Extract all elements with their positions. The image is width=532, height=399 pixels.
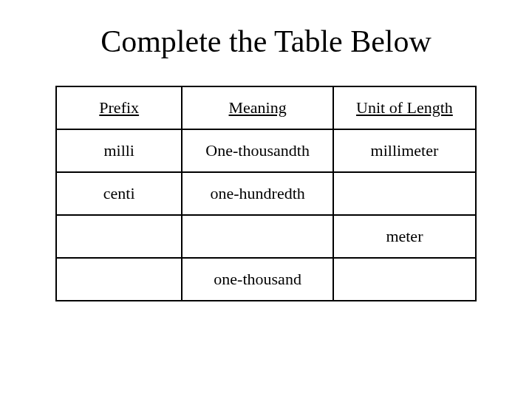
cell-prefix: centi — [56, 172, 182, 215]
table-row: meter — [56, 215, 476, 258]
table-header-row: Prefix Meaning Unit of Length — [56, 86, 476, 129]
cell-meaning: one-thousand — [182, 258, 332, 301]
header-unit: Unit of Length — [333, 86, 476, 129]
cell-unit: meter — [333, 215, 476, 258]
cell-unit: millimeter — [333, 129, 476, 172]
cell-unit — [333, 258, 476, 301]
cell-meaning: One-thousandth — [182, 129, 332, 172]
cell-unit — [333, 172, 476, 215]
table-row: centi one-hundredth — [56, 172, 476, 215]
cell-prefix — [56, 258, 182, 301]
cell-prefix: milli — [56, 129, 182, 172]
prefix-table: Prefix Meaning Unit of Length milli One-… — [55, 86, 477, 301]
table-row: one-thousand — [56, 258, 476, 301]
cell-prefix — [56, 215, 182, 258]
header-prefix: Prefix — [56, 86, 182, 129]
table-container: Prefix Meaning Unit of Length milli One-… — [0, 86, 532, 301]
header-meaning: Meaning — [182, 86, 332, 129]
page-title: Complete the Table Below — [0, 24, 532, 59]
cell-meaning: one-hundredth — [182, 172, 332, 215]
cell-meaning — [182, 215, 332, 258]
table-row: milli One-thousandth millimeter — [56, 129, 476, 172]
